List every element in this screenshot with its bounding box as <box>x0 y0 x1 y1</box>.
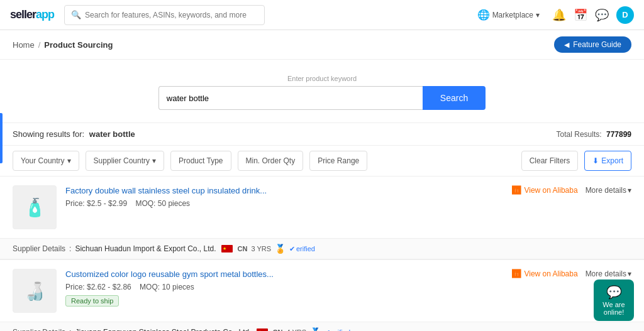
logo-app: app <box>36 8 54 21</box>
main-search-input[interactable] <box>158 86 423 110</box>
total-label: Total Results: <box>557 130 602 139</box>
clear-filters-button[interactable]: Clear Filters <box>521 151 579 171</box>
verified-badge: ✔ erified <box>325 328 350 332</box>
product-meta: Price: $2.5 - $2.99 MOQ: 50 pieces <box>65 199 503 208</box>
chevron-down-icon: ▾ <box>628 269 631 278</box>
chevron-down-icon: ▾ <box>536 11 540 19</box>
header-right: 🌐 Marketplace ▾ 🔔 📅 💬 D <box>472 6 634 24</box>
chat-icon: 💬 <box>600 285 628 300</box>
product-main-row: 🍶 Customized color logo reusable gym spo… <box>13 269 631 313</box>
supplier-label: Supplier Details <box>13 328 65 331</box>
supplier-row: Supplier Details: Sichuan Huadun Import … <box>0 239 644 260</box>
supplier-name: Jieyang Fangyuan Stainless Steel Product… <box>75 328 251 331</box>
showing-results-text: Showing results for: water bottle <box>13 129 135 139</box>
marketplace-button[interactable]: 🌐 Marketplace ▾ <box>472 6 545 23</box>
product-type-filter[interactable]: Product Type <box>170 151 231 171</box>
chevron-down-icon: ▾ <box>628 186 631 195</box>
showing-label: Showing results for: <box>13 129 84 139</box>
alibaba-label: View on Alibaba <box>524 269 577 278</box>
cn-flag <box>257 328 268 331</box>
your-country-filter[interactable]: Your Country ▾ <box>13 151 79 171</box>
search-section: Enter product keyword Search <box>0 60 644 123</box>
cn-flag <box>221 245 233 252</box>
results-bar: Showing results for: water bottle Total … <box>0 123 644 146</box>
chevron-down-icon: ▾ <box>67 156 71 165</box>
header-search-input[interactable] <box>85 11 258 19</box>
notification-icon[interactable]: 🔔 <box>552 8 566 22</box>
total-results: Total Results: 777899 <box>557 130 631 139</box>
more-details-label: More details <box>586 186 626 195</box>
product-price: Price: $2.62 - $2.86 <box>65 283 131 291</box>
filter-bar: Your Country ▾ Supplier Country ▾ Produc… <box>0 146 644 176</box>
breadcrumb-current: Product Sourcing <box>44 40 113 50</box>
logo: sellerapp <box>10 8 54 21</box>
check-icon: ✔ <box>289 245 295 253</box>
product-info: Factory double wall stainless steel cup … <box>65 185 503 210</box>
gold-supplier-icon: 🏅 <box>275 244 286 254</box>
products-list: 🧴 Factory double wall stainless steel cu… <box>0 176 644 331</box>
search-button[interactable]: Search <box>423 86 486 110</box>
supplier-row: Supplier Details: Jieyang Fangyuan Stain… <box>0 322 644 331</box>
product-moq: MOQ: 10 pieces <box>140 283 194 291</box>
chat-widget[interactable]: 💬 We are online! <box>594 279 634 321</box>
breadcrumb: Home / Product Sourcing <box>13 40 113 50</box>
product-main-row: 🧴 Factory double wall stainless steel cu… <box>13 185 631 229</box>
alibaba-logo-icon: 🅰 <box>512 269 521 279</box>
product-title[interactable]: Factory double wall stainless steel cup … <box>65 185 503 197</box>
product-title[interactable]: Customized color logo reusable gym sport… <box>65 269 503 280</box>
view-on-alibaba-button[interactable]: 🅰 View on Alibaba <box>512 269 577 279</box>
product-meta: Price: $2.62 - $2.86 MOQ: 10 pieces <box>65 283 503 291</box>
product-card: 🧴 Factory double wall stainless steel cu… <box>0 176 644 239</box>
message-icon[interactable]: 💬 <box>595 8 609 22</box>
product-card: 🍶 Customized color logo reusable gym spo… <box>0 260 644 322</box>
chevron-down-icon: ▾ <box>152 156 156 165</box>
results-keyword: water bottle <box>89 129 135 139</box>
product-thumbnail: 🍶 <box>13 269 57 313</box>
marketplace-label: Marketplace <box>492 11 533 19</box>
verified-label: erified <box>331 328 350 331</box>
alibaba-logo-icon: 🅰 <box>512 185 521 195</box>
your-country-label: Your Country <box>21 156 65 165</box>
breadcrumb-bar: Home / Product Sourcing ◀ Feature Guide <box>0 30 644 60</box>
export-button[interactable]: ⬇ Export <box>584 151 631 171</box>
years-badge: 4 YRS <box>286 328 306 331</box>
supplier-name: Sichuan Huadun Import & Export Co., Ltd. <box>75 244 216 253</box>
chat-line1: We are <box>600 301 628 308</box>
alibaba-label: View on Alibaba <box>524 186 577 195</box>
globe-icon: 🌐 <box>477 9 490 21</box>
export-label: Export <box>601 156 623 165</box>
more-details-button[interactable]: More details ▾ <box>586 269 631 278</box>
country-code: CN <box>238 245 248 252</box>
supplier-label: Supplier Details <box>13 244 65 253</box>
search-icon: 🔍 <box>71 10 81 19</box>
breadcrumb-separator: / <box>38 40 41 50</box>
product-type-label: Product Type <box>179 156 223 165</box>
product-price: Price: $2.5 - $2.99 <box>65 199 127 208</box>
check-icon: ✔ <box>325 328 330 332</box>
years-badge: 3 YRS <box>251 245 271 252</box>
supplier-country-filter[interactable]: Supplier Country ▾ <box>86 151 164 171</box>
gold-supplier-icon: 🏅 <box>310 327 321 331</box>
breadcrumb-home[interactable]: Home <box>13 40 35 50</box>
min-order-qty-filter[interactable]: Min. Order Qty <box>238 151 304 171</box>
chat-line2: online! <box>600 308 628 316</box>
more-details-button[interactable]: More details ▾ <box>586 186 631 195</box>
verified-label: erified <box>296 245 315 252</box>
keyword-label: Enter product keyword <box>13 75 631 82</box>
main-search-row: Search <box>102 86 542 110</box>
view-on-alibaba-button[interactable]: 🅰 View on Alibaba <box>512 185 577 195</box>
header-search-bar[interactable]: 🔍 <box>64 5 265 25</box>
sidebar-accent <box>0 113 3 163</box>
total-value: 777899 <box>606 130 631 139</box>
country-code: CN <box>273 328 283 331</box>
ready-to-ship-badge: Ready to ship <box>65 295 119 307</box>
price-range-filter[interactable]: Price Range <box>309 151 367 171</box>
avatar-initial: D <box>622 10 628 19</box>
product-thumbnail: 🧴 <box>13 185 57 229</box>
avatar[interactable]: D <box>616 6 634 24</box>
calendar-icon[interactable]: 📅 <box>574 8 587 22</box>
thumb-image: 🧴 <box>24 197 46 218</box>
feature-guide-button[interactable]: ◀ Feature Guide <box>554 36 631 53</box>
more-details-label: More details <box>586 269 626 278</box>
product-actions: 🅰 View on Alibaba More details ▾ <box>512 269 631 279</box>
